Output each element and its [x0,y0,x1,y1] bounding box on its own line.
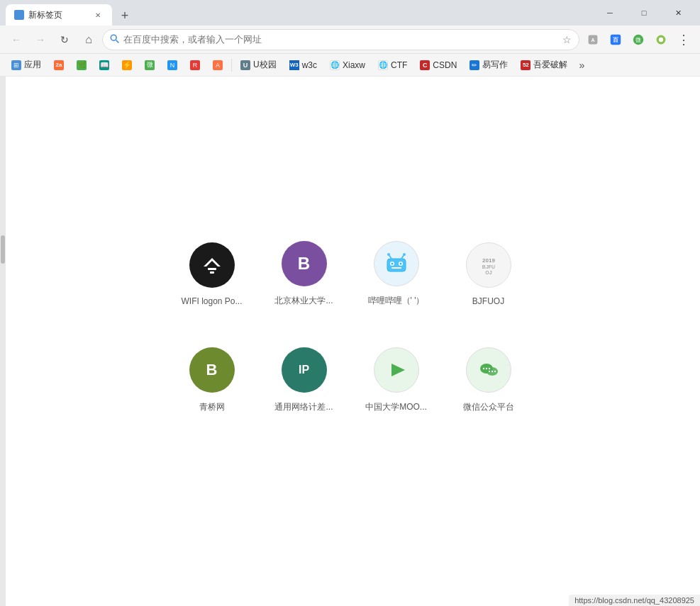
bookmark-orange[interactable]: A [207,59,228,72]
beida-label: 北京林业大学... [274,295,333,307]
bookmark-csdn[interactable]: C CSDN [414,59,462,72]
nobita-icon: N [167,60,177,70]
tab-area: 新标签页 ✕ + [6,0,594,26]
toolbar-icons: A 百 微 ⋮ [582,29,694,50]
menu-button[interactable]: ⋮ [673,29,694,50]
svg-point-37 [488,371,489,372]
bookmark-w3c-label: w3c [302,60,317,70]
ip-label: 通用网络计差... [274,401,333,413]
bjqiao-icon: B [189,347,235,393]
baidu-account-button[interactable]: 百 [605,29,626,50]
bookmark-2a[interactable]: 2a [48,59,70,72]
bookmark-ucampus[interactable]: U U校园 [235,57,282,72]
svg-point-34 [482,368,484,369]
xiaxw-icon: 🌐 [330,60,340,70]
52pojie-icon: 52 [521,60,530,70]
status-bar: https://blog.csdn.net/qq_43208925 [569,595,700,606]
mooc-icon [374,347,419,393]
bookmark-easywrite[interactable]: ✏ 易写作 [464,57,513,72]
bookmark-easywrite-label: 易写作 [482,59,508,71]
extension-green-button[interactable] [650,29,672,50]
svg-rect-12 [208,268,216,270]
bookmark-xiaxw[interactable]: 🌐 Xiaxw [324,59,371,72]
back-button[interactable]: ← [6,29,27,50]
svg-rect-15 [387,259,406,271]
bilibili-label: 哔哩哔哩（' '） [368,295,425,307]
new-tab-button[interactable]: + [115,6,135,26]
svg-point-36 [488,368,489,369]
svg-point-38 [491,371,492,372]
home-button[interactable]: ⌂ [78,29,99,50]
bookmark-wechat[interactable]: 微 [139,59,160,72]
bookmark-book[interactable]: 📖 [94,59,115,72]
svg-point-39 [494,371,495,372]
tab-close-button[interactable]: ✕ [92,9,104,21]
wechat-icon [466,347,511,393]
ucampus-icon: U [240,60,250,70]
browser-window: 新标签页 ✕ + ─ □ ✕ ← → ↻ ⌂ ☆ A [0,0,700,606]
toolbar: ← → ↻ ⌂ ☆ A 百 微 ⋮ [0,26,700,54]
left-edge [0,77,6,606]
tab-title: 新标签页 [28,9,88,21]
bookmark-ctf[interactable]: 🌐 CTF [372,59,413,72]
svg-text:A: A [591,37,594,43]
svg-point-0 [111,35,116,40]
active-tab[interactable]: 新标签页 ✕ [6,4,112,26]
title-bar: 新标签页 ✕ + ─ □ ✕ [0,0,700,26]
2a-icon: 2a [54,60,64,70]
bookmark-nobita[interactable]: N [162,59,183,72]
forward-button[interactable]: → [30,29,51,50]
mooc-label: 中国大学MOO... [365,401,427,413]
book-icon: 📖 [99,60,109,70]
svg-text:BJFU: BJFU [482,264,494,269]
address-bar-wrap: ☆ [102,29,579,50]
close-button[interactable]: ✕ [662,1,694,24]
ctf-icon: 🌐 [378,60,388,70]
svg-text:微: 微 [635,37,641,43]
bookmark-ctf-label: CTF [391,60,407,70]
bookmark-w3c[interactable]: W3 w3c [284,59,323,72]
svg-text:2019: 2019 [482,257,495,264]
shortcut-bjqiao[interactable]: B 青桥网 [173,331,251,430]
bookmark-apps[interactable]: ⊞ 应用 [6,57,47,72]
refresh-button[interactable]: ↻ [54,29,75,50]
w3c-icon: W3 [289,60,299,70]
shortcut-ip[interactable]: IP 通用网络计差... [265,331,343,430]
wifi-label: WIFI logon Po... [181,296,242,306]
shortcut-bilibili[interactable]: 哔哩哔哩（' '） [357,225,435,324]
minimize-button[interactable]: ─ [594,1,626,24]
bookmark-thunder[interactable]: ⚡ [116,59,138,72]
shortcut-mooc[interactable]: 中国大学MOO... [357,331,435,430]
bookmark-csdn-label: CSDN [433,60,457,70]
address-input[interactable] [123,34,558,45]
apps-icon: ⊞ [11,60,21,70]
baidu-search-icon [110,34,119,45]
shortcut-bjfuoj[interactable]: 2019 BJFU OJ BJFUOJ [450,225,528,324]
svg-rect-10 [198,251,226,279]
account-icon-button[interactable]: A [582,29,604,50]
easywrite-icon: ✏ [470,60,479,70]
svg-text:百: 百 [613,37,618,43]
more-bookmarks-button[interactable]: » [574,57,589,74]
svg-rect-13 [210,271,214,274]
shortcuts-grid: WIFI logon Po... B 北京林业大学... [173,225,528,430]
bookmark-star-icon[interactable]: ☆ [562,34,572,45]
divider [231,59,232,72]
shortcut-beida[interactable]: B 北京林业大学... [265,225,343,324]
bookmark-52pojie[interactable]: 52 吾爱破解 [515,57,573,72]
shortcut-wechat[interactable]: 微信公众平台 [450,331,528,430]
svg-point-18 [391,263,393,265]
bookmark-red[interactable]: R [184,59,206,72]
bookmark-apps-label: 应用 [24,59,41,71]
bookmark-ucampus-label: U校园 [253,59,277,71]
bjqiao-label: 青桥网 [199,401,225,413]
shortcut-wifi[interactable]: WIFI logon Po... [173,225,251,324]
wechat-toolbar-button[interactable]: 微 [628,29,649,50]
bilibili-icon [374,241,419,286]
maximize-button[interactable]: □ [628,1,660,24]
main-content: WIFI logon Po... B 北京林业大学... [0,77,700,606]
bookmark-leaf[interactable]: 🌿 [71,59,92,72]
red-icon: R [190,60,200,70]
bookmark-52pojie-label: 吾爱破解 [533,59,567,71]
left-edge-handle [1,235,5,264]
